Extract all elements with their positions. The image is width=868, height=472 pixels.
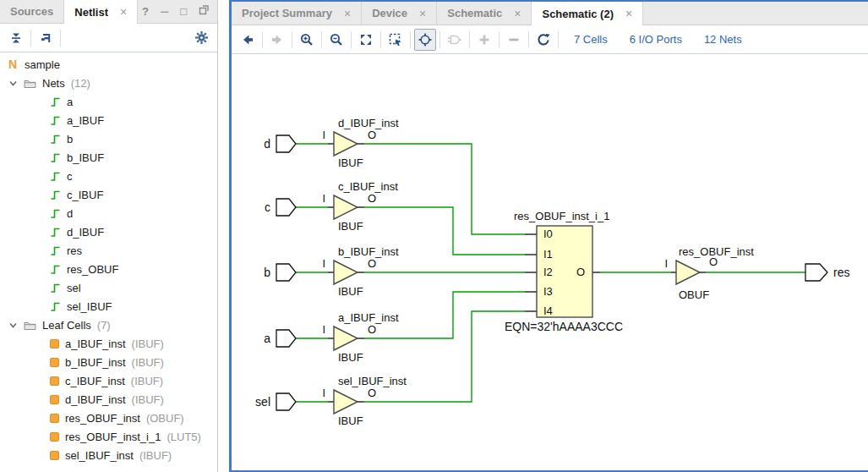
- tab-netlist-label: Netlist: [74, 6, 108, 19]
- cell-type: IBUF: [338, 351, 363, 364]
- input-port-sel[interactable]: [276, 393, 296, 410]
- tab-project-summary[interactable]: Project Summary ×: [232, 2, 362, 25]
- tree-net-d_IBUF[interactable]: d_IBUF: [0, 222, 217, 241]
- instance-name: b_IBUF_inst: [338, 245, 399, 258]
- maximize-icon[interactable]: □: [180, 5, 187, 18]
- minimize-icon[interactable]: ─: [161, 5, 168, 18]
- folder-icon: [24, 320, 36, 331]
- refresh-icon[interactable]: [532, 29, 554, 51]
- plus-icon[interactable]: [473, 29, 495, 51]
- tab-netlist[interactable]: Netlist ×: [64, 0, 138, 24]
- obuf-cell[interactable]: [676, 261, 700, 284]
- tree-net-sel_IBUF[interactable]: sel_IBUF: [0, 297, 217, 316]
- tree-net-c_IBUF[interactable]: c_IBUF: [0, 185, 217, 204]
- ibuf-cell-c[interactable]: [334, 195, 358, 219]
- tree-cell-res_OBUF_inst_i_1[interactable]: res_OBUF_inst_i_1(LUT5): [0, 427, 217, 446]
- ibuf-row-b: b I O b_IBUF_inst IBUF: [264, 245, 399, 298]
- tree-net-res[interactable]: res: [0, 241, 217, 260]
- tab-device[interactable]: Device ×: [362, 2, 437, 25]
- input-port-b[interactable]: [276, 264, 296, 281]
- left-titlebar-icons: ? ─ □: [142, 0, 217, 23]
- net-icon: [50, 189, 61, 200]
- tree-cell-d_IBUF_inst[interactable]: d_IBUF_inst(IBUF): [0, 390, 217, 409]
- tree-net-b_IBUF[interactable]: b_IBUF: [0, 148, 217, 167]
- add-gate-icon[interactable]: [444, 29, 466, 51]
- tree-cell-res_OBUF_inst[interactable]: res_OBUF_inst(OBUF): [0, 409, 217, 427]
- tab-schematic[interactable]: Schematic ×: [437, 2, 532, 25]
- chevron-down-icon[interactable]: [8, 321, 18, 330]
- zoom-selection-icon[interactable]: [385, 29, 407, 51]
- instance-name: res_OBUF_inst: [679, 245, 754, 258]
- pin-in-label: I: [322, 387, 325, 399]
- io-ports-count-link[interactable]: 6 I/O Ports: [630, 33, 682, 46]
- tree-cell-sel_IBUF_inst[interactable]: sel_IBUF_inst(IBUF): [0, 446, 217, 464]
- net-icon: [50, 152, 61, 163]
- forward-icon[interactable]: [266, 29, 288, 51]
- tree-cell-c_IBUF_inst[interactable]: c_IBUF_inst(IBUF): [0, 371, 217, 390]
- cell-icon: [50, 358, 59, 367]
- tree-net-sel[interactable]: sel: [0, 278, 217, 297]
- chevron-down-icon[interactable]: [8, 79, 18, 88]
- input-port-d[interactable]: [276, 135, 296, 152]
- netlist-n-icon: N: [7, 58, 19, 71]
- tree-cell-a_IBUF_inst[interactable]: a_IBUF_inst(IBUF): [0, 334, 217, 353]
- tree-root-label: sample: [25, 58, 60, 71]
- output-port-res[interactable]: [805, 264, 827, 281]
- close-icon[interactable]: ×: [514, 8, 521, 19]
- close-icon[interactable]: ×: [344, 8, 351, 19]
- tree-root-sample[interactable]: N sample: [0, 55, 217, 74]
- ibuf-cell-sel[interactable]: [334, 390, 358, 414]
- cells-count-link[interactable]: 7 Cells: [574, 33, 608, 46]
- net-icon: [50, 171, 61, 182]
- netlist-panel: Sources Netlist × ? ─ □: [0, 0, 218, 472]
- autofit-selection-icon[interactable]: [414, 29, 436, 51]
- hierarchy-icon[interactable]: [35, 27, 57, 49]
- zoom-out-icon[interactable]: [325, 29, 347, 51]
- input-port-c[interactable]: [276, 199, 296, 216]
- ibuf-row-d: d I O d_IBUF_inst IBUF: [264, 117, 399, 169]
- tab-sources-label: Sources: [10, 5, 53, 18]
- float-icon[interactable]: [199, 5, 209, 18]
- zoom-fit-icon[interactable]: [355, 29, 377, 51]
- group-count: (12): [71, 77, 90, 90]
- tab-sources[interactable]: Sources: [0, 0, 64, 23]
- ibuf-cell-b[interactable]: [334, 261, 358, 284]
- nets-count-link[interactable]: 12 Nets: [704, 33, 742, 46]
- schematic-counts: 7 Cells 6 I/O Ports 12 Nets: [574, 33, 742, 46]
- tree-group-leaf-cells[interactable]: Leaf Cells (7): [0, 316, 217, 334]
- port-label: a: [264, 332, 270, 345]
- zoom-in-icon[interactable]: [296, 29, 318, 51]
- tab-schematic-2[interactable]: Schematic (2) ×: [532, 2, 643, 25]
- tree-net-a[interactable]: a: [0, 92, 217, 111]
- net-icon: [50, 115, 61, 126]
- minus-icon[interactable]: [503, 29, 525, 51]
- cell-type: IBUF: [338, 156, 363, 169]
- ibuf-cell-d[interactable]: [334, 132, 358, 156]
- ibuf-cell-a[interactable]: [334, 327, 358, 350]
- tree-net-a_IBUF[interactable]: a_IBUF: [0, 111, 217, 129]
- tree-cell-b_IBUF_inst[interactable]: b_IBUF_inst(IBUF): [0, 353, 217, 371]
- collapse-all-icon[interactable]: [5, 27, 27, 49]
- lut-pin-label: I1: [543, 248, 553, 261]
- tree-group-nets[interactable]: Nets (12): [0, 74, 217, 92]
- tree-net-b[interactable]: b: [0, 129, 217, 148]
- settings-gear-icon[interactable]: [190, 27, 212, 49]
- tree-net-c[interactable]: c: [0, 167, 217, 185]
- help-icon[interactable]: ?: [142, 5, 149, 18]
- tree-net-d[interactable]: d: [0, 204, 217, 222]
- cell-icon: [50, 451, 59, 460]
- close-icon[interactable]: ×: [625, 8, 632, 19]
- schematic-canvas[interactable]: d I O d_IBUF_inst IBUF c I O c_IBUF_inst…: [232, 54, 868, 470]
- lut-equation: EQN=32'hAAAA3CCC: [505, 320, 623, 333]
- pin-in-label: I: [664, 257, 668, 270]
- tree-net-res_OBUF[interactable]: res_OBUF: [0, 260, 217, 278]
- port-label: b: [264, 266, 270, 279]
- close-icon[interactable]: ×: [419, 8, 426, 19]
- pin-out-label: O: [368, 387, 376, 399]
- schematic-toolbar: 7 Cells 6 I/O Ports 12 Nets: [232, 25, 868, 54]
- net-sel_IBUF[interactable]: [364, 311, 525, 402]
- close-icon[interactable]: ×: [120, 6, 127, 18]
- input-port-a[interactable]: [276, 330, 296, 347]
- cell-type: IBUF: [338, 414, 363, 427]
- back-icon[interactable]: [237, 29, 259, 51]
